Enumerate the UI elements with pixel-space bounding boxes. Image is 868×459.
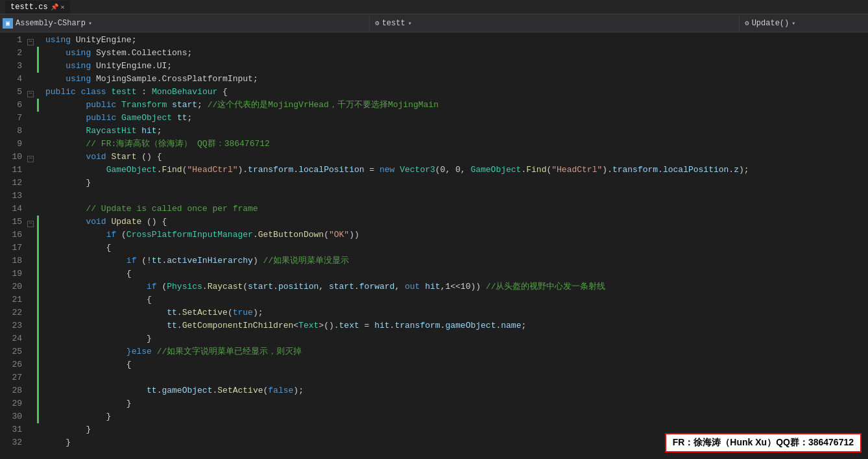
line-number: 22 [0,306,22,319]
code-token: //如果说明菜单没显示 [263,254,350,267]
table-row: } [45,177,868,190]
line-number: 21 [0,293,22,306]
collapse-button[interactable]: − [27,39,34,45]
method-icon: ⚙ [745,19,749,27]
code-token: GetButtonDown [258,229,324,242]
table-row: { [45,242,868,254]
class-dropdown-arrow[interactable]: ▾ [408,19,412,27]
table-row [45,190,868,203]
method-dropdown-arrow[interactable]: ▾ [791,19,795,27]
table-row: tt.gameObject.SetActive(false); [45,384,868,397]
code-token: public [86,99,116,112]
code-token: public [86,112,116,125]
code-token: GameObject [106,164,157,177]
collapse-button[interactable]: − [27,91,34,97]
line-number: 30 [0,410,22,423]
code-token: transform [248,164,293,177]
code-token: ; [197,99,208,112]
collapse-slot: − [27,34,36,47]
code-token: ); [253,306,263,319]
code-token: "HeadCtrl" [551,164,602,177]
code-token: . [354,280,359,293]
code-token: . [440,319,446,332]
table-row: if (!tt.activeInHierarchy) //如果说明菜单没显示 [45,254,868,267]
code-token: using [66,60,91,73]
code-token: >(). [319,319,339,332]
code-token: testt [111,86,136,99]
code-token: ( [157,280,167,293]
code-token: . [177,319,182,332]
collapse-button[interactable]: − [27,221,34,227]
title-bar: testt.cs 📌 ✕ [0,0,868,14]
collapse-slot [27,125,36,138]
tab-close-icon[interactable]: ✕ [61,3,65,11]
code-token: ( [228,306,233,319]
code-token: class [81,86,106,99]
line-number: 32 [0,436,22,449]
code-token: { [45,267,132,280]
line-number: 27 [0,371,22,384]
code-token: )) [349,229,359,242]
code-token: SetActive [217,384,263,397]
code-token: Find [526,164,546,177]
code-token: Raycast [208,280,243,293]
code-token: System.Collections; [91,47,192,60]
code-token: Text [298,319,319,332]
tab-pin-icon[interactable]: 📌 [51,3,58,11]
code-token: = [359,319,374,332]
code-token: ( [182,164,187,177]
code-token: start [172,99,197,112]
assembly-dropdown-arrow[interactable]: ▾ [88,19,92,27]
active-tab[interactable]: testt.cs 📌 ✕ [5,1,70,14]
toolbar-assembly-selector[interactable]: ▣ Assembly-CSharp ▾ [0,14,370,32]
code-token: ; [187,112,192,125]
collapse-button[interactable]: − [27,156,34,162]
collapse-slot [27,177,36,190]
code-token: GameObject [470,164,521,177]
collapse-slot [27,358,36,371]
code-token: } [45,397,132,410]
code-token: position [278,280,319,293]
change-indicator [37,229,39,242]
code-token: Transform [121,99,167,112]
code-token [45,125,86,138]
line-number: 9 [0,138,22,151]
code-token: (0, 0, [435,164,471,177]
collapse-slot: − [27,86,36,99]
code-token [45,112,86,125]
collapse-column: −−−− [27,32,36,459]
change-indicator [37,293,39,306]
collapse-slot [27,397,36,410]
collapse-slot [27,99,36,112]
change-indicator [37,332,39,345]
table-row: public Transform start; //这个代表的是MojingVr… [45,99,868,112]
code-token: Physics [167,280,202,293]
code-token [394,164,400,177]
code-token: if [127,254,137,267]
table-row: public GameObject tt; [45,112,868,125]
table-row: { [45,293,868,306]
code-token [45,345,127,358]
code-content[interactable]: using UnityEngine; using System.Collecti… [40,32,868,459]
code-token: localPosition [663,164,729,177]
code-token: (! [136,254,151,267]
collapse-slot [27,112,36,125]
code-token [45,138,86,151]
change-indicator [37,319,39,332]
code-token: public [45,86,76,99]
code-token [136,125,141,138]
code-token: Update [111,216,141,229]
tab-label: testt.cs [10,3,48,12]
code-token: , [319,280,329,293]
toolbar-method-selector[interactable]: ⚙ Update() ▾ [740,14,795,32]
change-indicator [37,371,39,384]
table-row: // Update is called once per frame [45,203,868,216]
code-token: } [45,436,71,449]
collapse-slot [27,436,36,449]
watermark-text: FR：徐海涛（Hunk Xu）QQ群：386476712 [673,437,854,447]
code-token [420,280,425,293]
change-indicator [37,99,39,112]
toolbar-class-selector[interactable]: ⚙ testt ▾ [370,14,740,32]
code-token: { [217,86,228,99]
class-name: testt [382,19,405,28]
